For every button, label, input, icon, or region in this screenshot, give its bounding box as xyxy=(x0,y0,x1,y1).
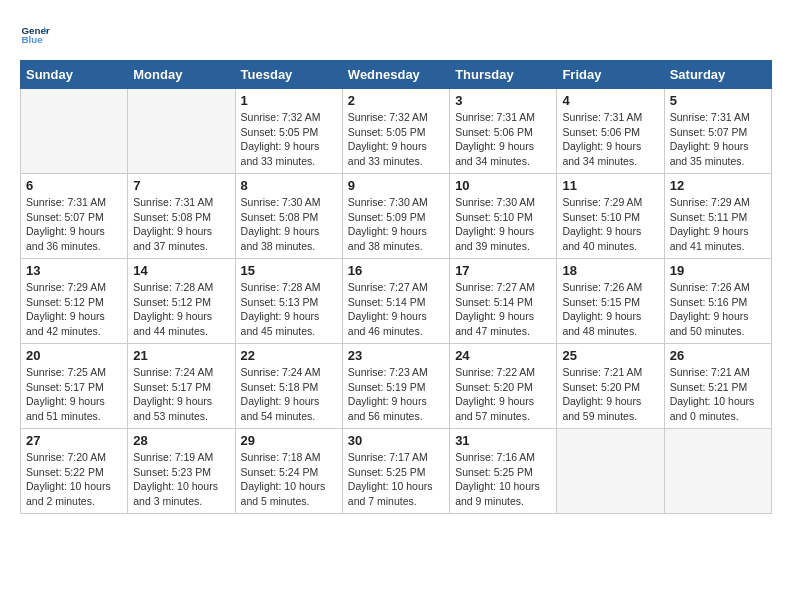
day-info: Sunrise: 7:32 AM Sunset: 5:05 PM Dayligh… xyxy=(348,110,444,169)
calendar-cell: 17Sunrise: 7:27 AM Sunset: 5:14 PM Dayli… xyxy=(450,259,557,344)
calendar-cell xyxy=(21,89,128,174)
day-info: Sunrise: 7:17 AM Sunset: 5:25 PM Dayligh… xyxy=(348,450,444,509)
day-number: 25 xyxy=(562,348,658,363)
day-info: Sunrise: 7:16 AM Sunset: 5:25 PM Dayligh… xyxy=(455,450,551,509)
calendar-cell: 22Sunrise: 7:24 AM Sunset: 5:18 PM Dayli… xyxy=(235,344,342,429)
calendar-cell xyxy=(557,429,664,514)
logo: General Blue xyxy=(20,20,54,50)
day-info: Sunrise: 7:31 AM Sunset: 5:06 PM Dayligh… xyxy=(455,110,551,169)
day-info: Sunrise: 7:29 AM Sunset: 5:12 PM Dayligh… xyxy=(26,280,122,339)
calendar-cell: 30Sunrise: 7:17 AM Sunset: 5:25 PM Dayli… xyxy=(342,429,449,514)
calendar-cell xyxy=(128,89,235,174)
header-monday: Monday xyxy=(128,61,235,89)
day-info: Sunrise: 7:31 AM Sunset: 5:07 PM Dayligh… xyxy=(26,195,122,254)
day-info: Sunrise: 7:24 AM Sunset: 5:18 PM Dayligh… xyxy=(241,365,337,424)
logo-icon: General Blue xyxy=(20,20,50,50)
day-number: 12 xyxy=(670,178,766,193)
day-info: Sunrise: 7:29 AM Sunset: 5:11 PM Dayligh… xyxy=(670,195,766,254)
day-number: 23 xyxy=(348,348,444,363)
calendar-cell xyxy=(664,429,771,514)
calendar-cell: 7Sunrise: 7:31 AM Sunset: 5:08 PM Daylig… xyxy=(128,174,235,259)
day-number: 6 xyxy=(26,178,122,193)
day-info: Sunrise: 7:31 AM Sunset: 5:08 PM Dayligh… xyxy=(133,195,229,254)
day-number: 10 xyxy=(455,178,551,193)
header-thursday: Thursday xyxy=(450,61,557,89)
calendar-cell: 26Sunrise: 7:21 AM Sunset: 5:21 PM Dayli… xyxy=(664,344,771,429)
day-number: 21 xyxy=(133,348,229,363)
svg-text:Blue: Blue xyxy=(22,34,44,45)
calendar-cell: 10Sunrise: 7:30 AM Sunset: 5:10 PM Dayli… xyxy=(450,174,557,259)
day-info: Sunrise: 7:28 AM Sunset: 5:12 PM Dayligh… xyxy=(133,280,229,339)
day-info: Sunrise: 7:28 AM Sunset: 5:13 PM Dayligh… xyxy=(241,280,337,339)
day-info: Sunrise: 7:31 AM Sunset: 5:07 PM Dayligh… xyxy=(670,110,766,169)
day-info: Sunrise: 7:27 AM Sunset: 5:14 PM Dayligh… xyxy=(348,280,444,339)
calendar-cell: 12Sunrise: 7:29 AM Sunset: 5:11 PM Dayli… xyxy=(664,174,771,259)
calendar-cell: 9Sunrise: 7:30 AM Sunset: 5:09 PM Daylig… xyxy=(342,174,449,259)
day-info: Sunrise: 7:26 AM Sunset: 5:16 PM Dayligh… xyxy=(670,280,766,339)
day-number: 30 xyxy=(348,433,444,448)
day-number: 4 xyxy=(562,93,658,108)
page-header: General Blue xyxy=(20,20,772,50)
calendar-cell: 15Sunrise: 7:28 AM Sunset: 5:13 PM Dayli… xyxy=(235,259,342,344)
day-number: 9 xyxy=(348,178,444,193)
calendar-cell: 6Sunrise: 7:31 AM Sunset: 5:07 PM Daylig… xyxy=(21,174,128,259)
calendar-cell: 28Sunrise: 7:19 AM Sunset: 5:23 PM Dayli… xyxy=(128,429,235,514)
day-number: 17 xyxy=(455,263,551,278)
day-number: 29 xyxy=(241,433,337,448)
day-info: Sunrise: 7:18 AM Sunset: 5:24 PM Dayligh… xyxy=(241,450,337,509)
day-number: 19 xyxy=(670,263,766,278)
calendar-cell: 8Sunrise: 7:30 AM Sunset: 5:08 PM Daylig… xyxy=(235,174,342,259)
header-tuesday: Tuesday xyxy=(235,61,342,89)
header-saturday: Saturday xyxy=(664,61,771,89)
calendar-week-1: 1Sunrise: 7:32 AM Sunset: 5:05 PM Daylig… xyxy=(21,89,772,174)
day-info: Sunrise: 7:32 AM Sunset: 5:05 PM Dayligh… xyxy=(241,110,337,169)
day-info: Sunrise: 7:26 AM Sunset: 5:15 PM Dayligh… xyxy=(562,280,658,339)
calendar-cell: 23Sunrise: 7:23 AM Sunset: 5:19 PM Dayli… xyxy=(342,344,449,429)
day-number: 24 xyxy=(455,348,551,363)
day-info: Sunrise: 7:30 AM Sunset: 5:10 PM Dayligh… xyxy=(455,195,551,254)
calendar-cell: 4Sunrise: 7:31 AM Sunset: 5:06 PM Daylig… xyxy=(557,89,664,174)
day-number: 3 xyxy=(455,93,551,108)
calendar-cell: 27Sunrise: 7:20 AM Sunset: 5:22 PM Dayli… xyxy=(21,429,128,514)
header-friday: Friday xyxy=(557,61,664,89)
day-number: 15 xyxy=(241,263,337,278)
header-wednesday: Wednesday xyxy=(342,61,449,89)
day-number: 28 xyxy=(133,433,229,448)
day-number: 16 xyxy=(348,263,444,278)
day-info: Sunrise: 7:24 AM Sunset: 5:17 PM Dayligh… xyxy=(133,365,229,424)
calendar-cell: 21Sunrise: 7:24 AM Sunset: 5:17 PM Dayli… xyxy=(128,344,235,429)
day-info: Sunrise: 7:22 AM Sunset: 5:20 PM Dayligh… xyxy=(455,365,551,424)
day-info: Sunrise: 7:29 AM Sunset: 5:10 PM Dayligh… xyxy=(562,195,658,254)
calendar-week-3: 13Sunrise: 7:29 AM Sunset: 5:12 PM Dayli… xyxy=(21,259,772,344)
calendar-table: SundayMondayTuesdayWednesdayThursdayFrid… xyxy=(20,60,772,514)
calendar-cell: 20Sunrise: 7:25 AM Sunset: 5:17 PM Dayli… xyxy=(21,344,128,429)
day-number: 18 xyxy=(562,263,658,278)
calendar-cell: 29Sunrise: 7:18 AM Sunset: 5:24 PM Dayli… xyxy=(235,429,342,514)
calendar-header-row: SundayMondayTuesdayWednesdayThursdayFrid… xyxy=(21,61,772,89)
day-info: Sunrise: 7:31 AM Sunset: 5:06 PM Dayligh… xyxy=(562,110,658,169)
day-info: Sunrise: 7:21 AM Sunset: 5:20 PM Dayligh… xyxy=(562,365,658,424)
day-info: Sunrise: 7:25 AM Sunset: 5:17 PM Dayligh… xyxy=(26,365,122,424)
day-number: 7 xyxy=(133,178,229,193)
calendar-cell: 18Sunrise: 7:26 AM Sunset: 5:15 PM Dayli… xyxy=(557,259,664,344)
day-number: 22 xyxy=(241,348,337,363)
day-number: 5 xyxy=(670,93,766,108)
calendar-week-4: 20Sunrise: 7:25 AM Sunset: 5:17 PM Dayli… xyxy=(21,344,772,429)
day-info: Sunrise: 7:19 AM Sunset: 5:23 PM Dayligh… xyxy=(133,450,229,509)
calendar-cell: 5Sunrise: 7:31 AM Sunset: 5:07 PM Daylig… xyxy=(664,89,771,174)
day-info: Sunrise: 7:30 AM Sunset: 5:08 PM Dayligh… xyxy=(241,195,337,254)
day-info: Sunrise: 7:30 AM Sunset: 5:09 PM Dayligh… xyxy=(348,195,444,254)
day-number: 2 xyxy=(348,93,444,108)
day-number: 1 xyxy=(241,93,337,108)
calendar-cell: 3Sunrise: 7:31 AM Sunset: 5:06 PM Daylig… xyxy=(450,89,557,174)
day-number: 20 xyxy=(26,348,122,363)
day-number: 26 xyxy=(670,348,766,363)
day-info: Sunrise: 7:20 AM Sunset: 5:22 PM Dayligh… xyxy=(26,450,122,509)
day-number: 31 xyxy=(455,433,551,448)
day-info: Sunrise: 7:23 AM Sunset: 5:19 PM Dayligh… xyxy=(348,365,444,424)
day-info: Sunrise: 7:21 AM Sunset: 5:21 PM Dayligh… xyxy=(670,365,766,424)
calendar-cell: 2Sunrise: 7:32 AM Sunset: 5:05 PM Daylig… xyxy=(342,89,449,174)
calendar-cell: 1Sunrise: 7:32 AM Sunset: 5:05 PM Daylig… xyxy=(235,89,342,174)
day-number: 14 xyxy=(133,263,229,278)
day-info: Sunrise: 7:27 AM Sunset: 5:14 PM Dayligh… xyxy=(455,280,551,339)
